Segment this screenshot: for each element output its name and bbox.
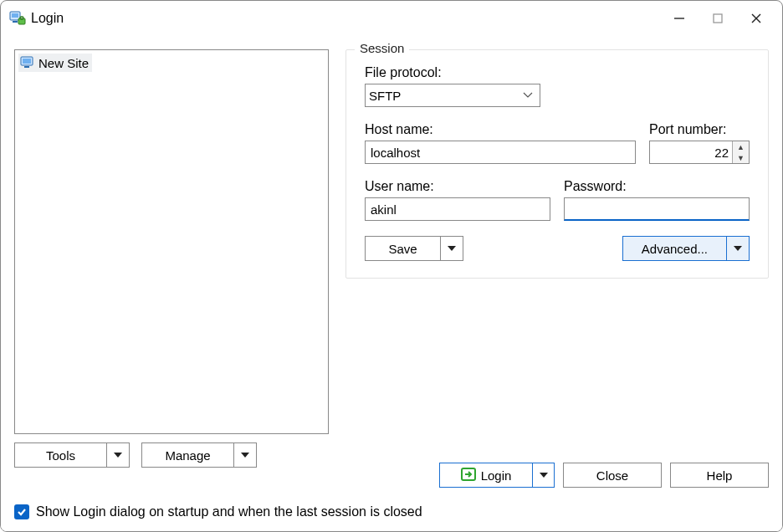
bottom-buttons: Login Close Help xyxy=(14,463,769,488)
protocol-select[interactable]: SFTP xyxy=(365,84,540,107)
login-button-label: Login xyxy=(481,468,512,483)
svg-marker-14 xyxy=(448,246,456,251)
client-area: New Site Tools Manage xyxy=(1,36,782,531)
sites-list[interactable]: New Site xyxy=(14,49,329,434)
sites-column: New Site Tools Manage xyxy=(14,49,329,468)
advanced-dropdown-icon[interactable] xyxy=(727,237,749,260)
help-button[interactable]: Help xyxy=(670,463,769,488)
save-dropdown-icon[interactable] xyxy=(441,237,463,260)
login-icon xyxy=(461,468,476,483)
session-fieldset: Session File protocol: SFTP Host name: P… xyxy=(345,49,769,279)
login-button[interactable]: Login xyxy=(439,463,533,488)
port-spinner[interactable]: ▲ ▼ xyxy=(732,141,749,163)
protocol-label: File protocol: xyxy=(365,65,750,80)
session-legend: Session xyxy=(355,41,409,55)
advanced-button[interactable]: Advanced... xyxy=(622,236,750,261)
save-button-label: Save xyxy=(366,237,441,260)
svg-rect-11 xyxy=(24,66,29,68)
startup-checkbox-row: Show Login dialog on startup and when th… xyxy=(14,504,422,519)
titlebar-left: Login xyxy=(9,11,64,26)
advanced-button-label: Advanced... xyxy=(623,237,727,260)
svg-rect-10 xyxy=(23,59,31,64)
site-item-new-site[interactable]: New Site xyxy=(18,54,92,72)
user-label: User name: xyxy=(365,179,550,194)
port-label: Port number: xyxy=(649,122,750,137)
port-spin-down-icon[interactable]: ▼ xyxy=(733,152,749,163)
titlebar: Login xyxy=(1,1,782,36)
port-spin-up-icon[interactable]: ▲ xyxy=(733,141,749,152)
session-panel: Session File protocol: SFTP Host name: P… xyxy=(345,49,769,468)
svg-marker-17 xyxy=(540,473,548,478)
minimize-button[interactable] xyxy=(660,5,699,32)
svg-rect-6 xyxy=(714,14,722,23)
host-label: Host name: xyxy=(365,122,636,137)
computer-icon xyxy=(20,56,35,69)
save-button[interactable]: Save xyxy=(365,236,463,261)
host-input[interactable] xyxy=(365,141,636,164)
svg-marker-15 xyxy=(734,246,742,251)
close-button-label: Close xyxy=(596,468,628,483)
site-item-label: New Site xyxy=(38,56,89,70)
help-button-label: Help xyxy=(707,468,733,483)
svg-marker-12 xyxy=(114,453,122,458)
password-input[interactable] xyxy=(564,197,750,221)
maximize-button[interactable] xyxy=(699,5,737,32)
window-controls xyxy=(660,5,775,32)
startup-checkbox[interactable] xyxy=(14,504,29,519)
svg-marker-13 xyxy=(241,453,249,458)
startup-checkbox-label: Show Login dialog on startup and when th… xyxy=(36,504,422,519)
window-title: Login xyxy=(31,11,64,26)
user-input[interactable] xyxy=(365,197,550,221)
close-button[interactable]: Close xyxy=(563,463,662,488)
pass-label: Password: xyxy=(564,179,750,194)
svg-rect-1 xyxy=(12,13,18,18)
app-icon xyxy=(9,11,26,26)
close-window-button[interactable] xyxy=(737,5,775,32)
svg-rect-2 xyxy=(13,21,18,23)
login-button-group: Login xyxy=(439,463,555,488)
login-dropdown-icon[interactable] xyxy=(533,463,555,488)
